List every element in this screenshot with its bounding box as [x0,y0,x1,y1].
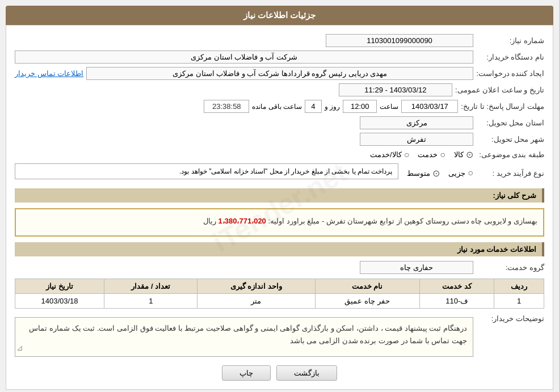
table-row: 1 ف-110 حفر چاه عمیق متر 1 1403/03/18 [15,294,544,309]
description-box: بهسازی و لایروبی چاه دستی روستای کوهین ا… [15,208,544,237]
category-label: طبقه بندی موضوعی: [476,150,544,159]
delivery-city-label: شهر محل تحویل: [476,135,544,144]
delivery-city-value: تفرش [360,133,473,146]
col-unit: واحد اندازه گیری [197,279,315,294]
deadline-date: 1403/03/17 [401,100,458,113]
cell-date: 1403/03/18 [15,294,104,309]
deadline-day: 4 [305,100,322,113]
buyer-notes-box: درهنگام ثبت پیشنهاد قیمت ، داشتن، اسکن و… [15,317,473,357]
description-amount: 1،380،771،020 [218,217,266,225]
col-name: نام خدمت [315,279,419,294]
category-option-kala: ⊙ کالا [454,149,473,160]
deadline-label: مهلت ارسال پاسخ: تا تاریخ: [461,102,544,111]
description-text: بهسازی و لایروبی چاه دستی روستای کوهین ا… [268,217,537,225]
col-row: ردیف [494,279,544,294]
process-option-mottaset: ⊙ متوسط [407,168,440,179]
process-label: نوع فرآیند خرید : [476,169,544,178]
buyer-notes-label: توضیحات خریدار: [476,314,544,323]
service-section-title: اطلاعات خدمات مورد نیاز [15,242,544,256]
process-option-jozi: ○ جزیی [448,168,473,178]
cell-unit: متر [197,294,315,309]
announce-label: تاریخ و ساعت اعلان عمومی: [455,86,544,94]
col-code: کد خدمت [419,279,494,294]
cell-row: 1 [494,294,544,309]
category-option-kala-khedmat: ○ کالا/خدمت [370,150,409,160]
cell-quantity: 1 [104,294,197,309]
cell-name: حفر چاه عمیق [315,294,419,309]
print-button[interactable]: چاپ [222,365,271,381]
col-date: تاریخ نیاز [15,279,104,294]
announce-value: 1403/03/12 - 11:29 [339,83,452,96]
creator-value: مهدی دریایی رئیس گروه قراردادها شرکت آب … [86,67,473,80]
category-option-khedmat: ○ خدمت [418,150,445,160]
delivery-province-label: استان محل تحویل: [476,119,544,127]
resize-icon: ⊿ [16,342,23,355]
category-radio-group: ⊙ کالا ○ خدمت ○ کالا/خدمت [370,149,473,160]
service-group-value: حفاری چاه [360,261,473,274]
process-radio-group: ○ جزیی ⊙ متوسط [407,168,473,179]
request-number-value: 1103001099000090 [326,34,473,47]
process-mottaset-label: متوسط [407,169,430,178]
process-jozi-label: جزیی [448,169,465,178]
back-button[interactable]: بازگشت [276,365,337,381]
category-kala-label: کالا [454,150,464,159]
buyer-label: نام دستگاه خریدار: [476,53,544,61]
process-note: پرداخت تمام یا بخشی از مبلغ خریدار از مح… [15,163,398,179]
buyer-notes-text: درهنگام ثبت پیشنهاد قیمت ، داشتن، اسکن و… [29,324,467,345]
cell-code: ف-110 [419,294,494,309]
creator-label: ایجاد کننده درخواست: [476,69,544,78]
page-title: جزئیات اطلاعات نیاز [6,6,553,25]
buyer-value: شرکت آب و فاضلاب استان مرکزی [15,50,473,64]
category-kala-khedmat-label: کالا/خدمت [370,150,402,159]
description-section-title: شرح کلی نیاز: [15,188,544,203]
request-number-label: شماره نیاز: [476,36,544,45]
delivery-province-value: مرکزی [360,116,473,129]
category-khedmat-label: خدمت [418,150,438,159]
buttons-row: بازگشت چاپ [15,365,544,381]
col-quantity: تعداد / مقدار [104,279,197,294]
deadline-day-label: روز و [325,103,340,111]
deadline-remaining: 23:38:58 [204,100,249,113]
description-unit-text: ریال [203,217,216,225]
deadline-time-label: ساعت [380,103,398,111]
service-group-label: گروه خدمت: [476,263,544,272]
service-table: ردیف کد خدمت نام خدمت واحد اندازه گیری ت… [15,279,544,309]
deadline-remaining-label: ساعت باقی مانده [252,103,302,111]
creator-link[interactable]: اطلاعات تماس خریدار [15,69,83,78]
deadline-time: 12:00 [343,100,377,113]
